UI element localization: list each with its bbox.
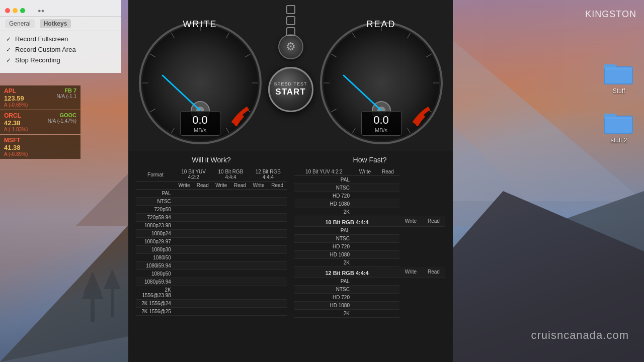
read-gauge: READ bbox=[316, 10, 447, 146]
table-row: 1080p23.98 bbox=[136, 222, 287, 230]
speedtest-app: WRITE bbox=[128, 0, 453, 362]
stock-name-msft: MSFT bbox=[4, 137, 72, 144]
hf-read-cell bbox=[376, 208, 399, 216]
row-label: 1080p23.98 bbox=[136, 222, 175, 230]
hf-write-cell bbox=[354, 294, 376, 302]
section-write-header: Write bbox=[399, 216, 422, 227]
table-cell bbox=[175, 222, 193, 230]
table-cell bbox=[175, 254, 193, 262]
hf-write-cell bbox=[354, 243, 376, 251]
table-row: 1080p59.94 bbox=[136, 278, 287, 286]
row-label: NTSC bbox=[136, 198, 175, 206]
folder-stuff2[interactable]: stuff 2 bbox=[604, 110, 634, 144]
stock-price-apl: 123.59 bbox=[4, 95, 53, 102]
hf-write-cell bbox=[354, 235, 376, 243]
maximize-dot[interactable] bbox=[20, 8, 25, 13]
row-label: PAL bbox=[136, 190, 175, 198]
write-unit: MB/s bbox=[189, 127, 212, 133]
hf-table-row: 2K bbox=[294, 208, 445, 216]
hf-table-row: HD 1080 bbox=[294, 302, 445, 310]
table-cell bbox=[212, 262, 230, 270]
section-write-header: Write bbox=[399, 267, 422, 278]
table-cell bbox=[230, 300, 250, 308]
hf-read-cell bbox=[376, 310, 399, 318]
hf-read-cell bbox=[376, 176, 399, 184]
hf-table-row: NTSC bbox=[294, 184, 445, 192]
stock-change-orcl: A (‑1.83%) bbox=[4, 127, 44, 132]
table-row: 2K 1556@25 bbox=[136, 308, 287, 316]
table-cell bbox=[250, 286, 268, 300]
menu-tabs: General Hotkeys bbox=[0, 17, 121, 31]
hf-th-read: Read bbox=[376, 168, 399, 176]
window-icon-dots: ●● bbox=[38, 8, 44, 14]
table-cell bbox=[230, 222, 250, 230]
th-format: Format bbox=[136, 168, 175, 182]
hf-table-row: HD 720 bbox=[294, 294, 445, 302]
tab-general[interactable]: General bbox=[5, 19, 35, 28]
row-label: 2K 1556@24 bbox=[136, 300, 175, 308]
hf-row-label: HD 1080 bbox=[294, 200, 354, 208]
table-cell bbox=[212, 278, 230, 286]
table-cell bbox=[212, 198, 230, 206]
table-cell bbox=[268, 308, 287, 316]
hf-row-label: NTSC bbox=[294, 286, 354, 294]
table-cell bbox=[230, 278, 250, 286]
table-cell bbox=[268, 230, 287, 238]
hf-row-label: HD 720 bbox=[294, 243, 354, 251]
hf-write-cell bbox=[354, 259, 376, 267]
menu-item-stop[interactable]: ✓ Stop Recording bbox=[6, 56, 115, 64]
table-row: NTSC bbox=[136, 198, 287, 206]
hf-read-cell bbox=[376, 294, 399, 302]
hf-write-cell bbox=[354, 310, 376, 318]
table-cell bbox=[193, 300, 212, 308]
section-read-header: Read bbox=[422, 267, 445, 278]
hf-read-cell bbox=[376, 243, 399, 251]
section-read-header: Read bbox=[422, 216, 445, 227]
table-cell bbox=[250, 300, 268, 308]
table-cell bbox=[230, 286, 250, 300]
table-cell bbox=[268, 206, 287, 214]
table-cell bbox=[230, 198, 250, 206]
table-cell bbox=[230, 206, 250, 214]
dot-square-3 bbox=[286, 27, 295, 36]
table-cell bbox=[250, 308, 268, 316]
menu-item-fullscreen[interactable]: ✓ Record Fullscreen bbox=[6, 35, 115, 43]
hf-write-cell bbox=[354, 251, 376, 259]
section-header-cell: 10 Bit RGB 4:4:4 bbox=[294, 216, 399, 227]
hf-read-cell bbox=[376, 200, 399, 208]
menu-item-custom-area[interactable]: ✓ Record Custom Area bbox=[6, 46, 115, 53]
row-label: 720p50 bbox=[136, 206, 175, 214]
how-fast-section: How Fast? 10 Bit YUV 4:2:2 Write Read PA… bbox=[294, 156, 445, 357]
table-cell bbox=[193, 246, 212, 254]
hf-table-row: NTSC bbox=[294, 286, 445, 294]
minimize-dot[interactable] bbox=[13, 8, 18, 13]
row-label: 1080i59.94 bbox=[136, 262, 175, 270]
connect-dots bbox=[286, 5, 295, 36]
read-value: 0.0 bbox=[370, 114, 393, 127]
hf-row-label: PAL bbox=[294, 227, 354, 235]
gauges-area: WRITE bbox=[128, 0, 453, 151]
row-label: 1080p50 bbox=[136, 270, 175, 278]
table-cell bbox=[175, 230, 193, 238]
hf-table-row: PAL bbox=[294, 278, 445, 286]
tab-hotkeys[interactable]: Hotkeys bbox=[40, 19, 71, 28]
folder-stuff[interactable]: Stuff bbox=[604, 60, 634, 95]
menu-items: ✓ Record Fullscreen ✓ Record Custom Area… bbox=[0, 31, 121, 68]
table-cell bbox=[193, 254, 212, 262]
start-button[interactable]: SPEED TEST START bbox=[268, 67, 313, 112]
table-cell bbox=[193, 308, 212, 316]
gear-button[interactable]: ⚙ bbox=[278, 34, 303, 59]
table-row: 1080p50 bbox=[136, 270, 287, 278]
table-cell bbox=[268, 300, 287, 308]
table-cell bbox=[193, 286, 212, 300]
table-cell bbox=[230, 246, 250, 254]
hf-write-cell bbox=[354, 200, 376, 208]
close-dot[interactable] bbox=[5, 8, 10, 13]
hf-read-cell bbox=[376, 278, 399, 286]
table-cell bbox=[268, 246, 287, 254]
hf-read-cell bbox=[376, 192, 399, 200]
hf-table-row: 2K bbox=[294, 259, 445, 267]
table-cell bbox=[268, 286, 287, 300]
write-label: WRITE bbox=[135, 19, 266, 30]
table-row: PAL bbox=[136, 190, 287, 198]
